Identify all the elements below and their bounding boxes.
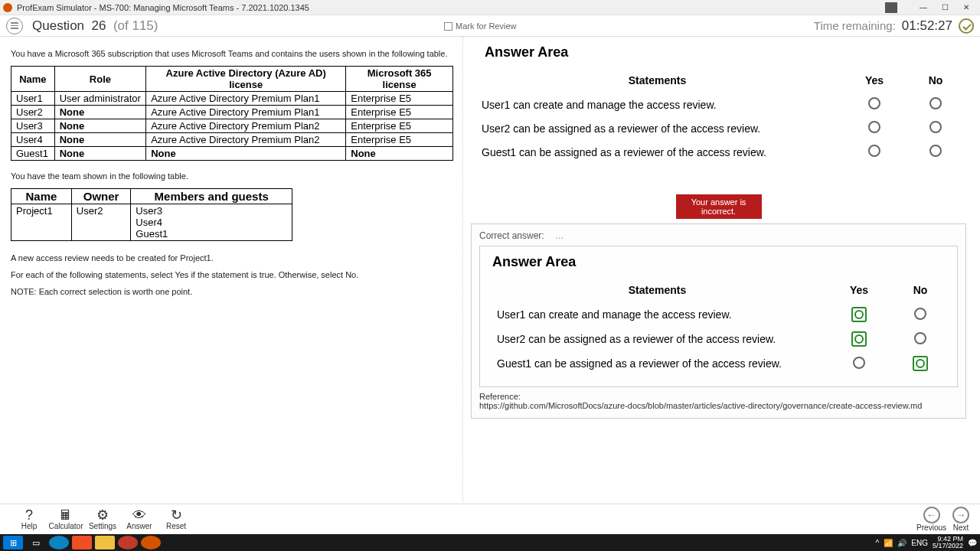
statement-row: User1 can create and manage the access r… xyxy=(471,93,966,116)
stmt2-no-radio[interactable] xyxy=(929,121,942,133)
users-table: Name Role Azure Active Directory (Azure … xyxy=(11,66,453,161)
correct-stmt3-no xyxy=(913,356,928,371)
question-intro: You have a Microsoft 365 subscription th… xyxy=(11,49,452,58)
user-answer-area: Statements Yes No User1 can create and m… xyxy=(471,68,966,164)
tray-chevron-icon[interactable]: ^ xyxy=(876,539,880,547)
correct-stmt2-no xyxy=(914,332,926,344)
taskview-icon[interactable]: ▭ xyxy=(26,536,46,549)
statement-row: Guest1 can be assigned as a reviewer of … xyxy=(471,140,966,164)
correct-answer-area-title: Answer Area xyxy=(492,254,951,270)
app-icon xyxy=(3,3,12,12)
tray-volume-icon[interactable]: 🔊 xyxy=(897,539,906,547)
time-remaining-label: Time remaining: xyxy=(814,19,896,32)
correct-stmt3-yes xyxy=(853,357,865,369)
stmt1-no-radio[interactable] xyxy=(929,97,942,109)
tray-clock[interactable]: 9:42 PM5/17/2022 xyxy=(933,536,963,549)
maximize-button[interactable]: ☐ xyxy=(934,1,956,15)
stmt3-yes-radio[interactable] xyxy=(868,145,880,157)
question-label: Question 26 (of 115) xyxy=(32,18,158,34)
time-remaining-value: 01:52:27 xyxy=(902,18,952,34)
answer-button[interactable]: 👁Answer xyxy=(121,508,158,530)
edge-icon[interactable] xyxy=(49,536,69,549)
stmt2-yes-radio[interactable] xyxy=(868,121,880,133)
reference: Reference: https://github.com/MicrosoftD… xyxy=(479,392,958,410)
correct-stmt2-yes xyxy=(851,331,867,347)
correct-stmt1-no xyxy=(914,308,926,320)
answer-area-title: Answer Area xyxy=(485,44,966,60)
question-p3: NOTE: Each correct selection is worth on… xyxy=(11,287,452,296)
correct-stmt1-yes xyxy=(851,307,867,322)
reset-button[interactable]: ↻Reset xyxy=(158,508,194,530)
stmt3-no-radio[interactable] xyxy=(929,145,942,157)
correct-statement-row: User2 can be assigned as a reviewer of t… xyxy=(486,327,951,351)
mark-review-checkbox[interactable] xyxy=(444,22,452,31)
explorer-icon[interactable] xyxy=(95,536,115,549)
app-icon-2[interactable] xyxy=(141,536,161,549)
windows-taskbar[interactable]: ⊞ ▭ ^ 📶 🔊 ENG 9:42 PM5/17/2022 💬 xyxy=(0,534,980,551)
calculator-button[interactable]: 🖩Calculator xyxy=(47,508,84,530)
stmt1-yes-radio[interactable] xyxy=(868,97,880,109)
question-p2: For each of the following statements, se… xyxy=(11,270,452,279)
tray-lang[interactable]: ENG xyxy=(911,539,928,547)
tray-notifications-icon[interactable]: 💬 xyxy=(968,539,977,547)
correct-answer-box: Correct answer:… Answer Area Statements … xyxy=(471,223,966,419)
correct-statement-row: User1 can create and manage the access r… xyxy=(486,302,951,327)
correct-statement-row: Guest1 can be assigned as a reviewer of … xyxy=(486,351,951,376)
statement-row: User2 can be assigned as a reviewer of t… xyxy=(471,116,966,140)
tray-network-icon[interactable]: 📶 xyxy=(884,539,893,547)
mark-for-review[interactable]: Mark for Review xyxy=(444,21,516,31)
notification-icon[interactable] xyxy=(885,2,897,13)
settings-button[interactable]: ⚙Settings xyxy=(84,508,121,530)
reference-link[interactable]: https://github.com/MicrosoftDocs/azure-d… xyxy=(479,401,922,410)
team-intro: You have the team shown in the following… xyxy=(11,171,452,181)
team-table: Name Owner Members and guests Project1 U… xyxy=(11,188,292,241)
previous-button[interactable]: ←Previous xyxy=(916,507,946,532)
next-button[interactable]: →Next xyxy=(952,507,969,532)
help-button[interactable]: ?Help xyxy=(11,508,47,530)
app-icon-1[interactable] xyxy=(118,536,138,549)
correct-answer-label: Correct answer:… xyxy=(479,230,958,241)
close-button[interactable]: ✕ xyxy=(956,1,977,15)
minimize-button[interactable]: — xyxy=(913,1,934,15)
submit-check-icon[interactable] xyxy=(959,18,974,34)
start-button[interactable]: ⊞ xyxy=(3,536,23,549)
menu-button[interactable] xyxy=(6,18,23,34)
incorrect-banner: Your answer is incorrect. xyxy=(676,194,762,219)
window-title: ProfExam Simulator - MS-700: Managing Mi… xyxy=(17,3,885,12)
brave-icon[interactable] xyxy=(72,536,92,549)
question-p1: A new access review needs to be created … xyxy=(11,253,452,262)
